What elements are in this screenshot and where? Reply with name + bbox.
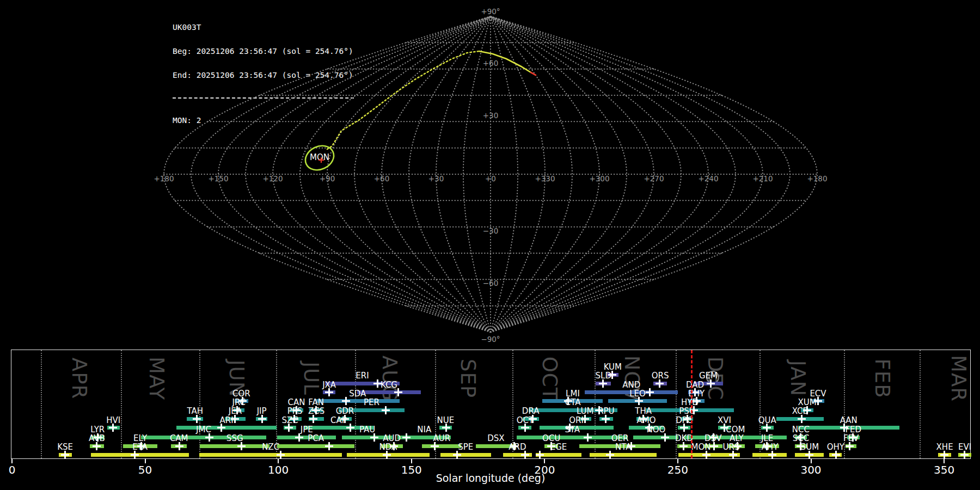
peak-marker-v [406, 433, 407, 442]
current-sol-line [691, 350, 693, 458]
shower-label-dra: DRA [522, 407, 540, 415]
peak-marker-v [328, 442, 330, 450]
peak-marker-v [649, 388, 651, 396]
month-boundary-jan [759, 350, 761, 458]
shower-label-dad: DAD [686, 381, 704, 389]
shower-label-pau: PAU [359, 426, 375, 434]
screenshot-root: UK003T Beg: 20251206 23:56:47 (sol = 254… [0, 0, 980, 490]
shower-label-xcb: XCB [792, 407, 808, 415]
shower-label-jrc: JRC [232, 399, 246, 407]
shower-label-pps: PPS [287, 407, 303, 415]
shower-label-ocu: OCU [542, 434, 560, 443]
peak-marker-pca [325, 442, 333, 450]
peak-marker-cap [346, 424, 354, 432]
shower-bar-mon [678, 453, 723, 457]
shower-label-cta: CTA [565, 399, 581, 407]
peak-marker-and [646, 388, 654, 396]
month-label-apr: APR [68, 358, 91, 399]
x-tick-150 [411, 459, 412, 463]
shower-label-fan: FAN [308, 399, 324, 407]
shower-label-gdr: GDR [336, 407, 354, 415]
shower-label-ecv: ECV [810, 390, 826, 398]
x-tick-label-250: 250 [667, 463, 688, 476]
x-tick-label-100: 100 [268, 463, 289, 476]
shower-label-rpu: RPU [598, 407, 614, 415]
shower-label-nda: NDA [379, 443, 397, 451]
shower-label-aan: AAN [840, 416, 857, 425]
x-tick-label-150: 150 [401, 463, 422, 476]
shower-label-ard: ARD [509, 443, 526, 451]
trajectory-end-marker [531, 72, 536, 75]
shower-label-aud: AUD [383, 434, 401, 443]
longitude-label: +90 [320, 174, 335, 183]
shower-label-gum: GUM [800, 443, 819, 451]
shower-label-cor: COR [232, 390, 250, 398]
x-tick-100 [278, 459, 279, 463]
longitude-label: +270 [644, 174, 664, 183]
shower-label-lyr: LYR [90, 426, 105, 434]
shower-bar-ssg [200, 444, 270, 448]
shower-label-ege: EGE [550, 443, 567, 451]
shower-bar-spe [440, 453, 491, 457]
mon-radiant-label: MON [310, 152, 329, 162]
peak-marker-ege [536, 451, 544, 459]
shower-label-kse: KSE [57, 443, 73, 451]
x-tick-250 [677, 459, 678, 463]
shower-label-jxa: JXA [322, 381, 336, 389]
month-label-oct: OCT [538, 357, 561, 401]
shower-label-qua: QUA [758, 416, 776, 425]
shower-label-kcg: KCG [381, 381, 397, 389]
shower-label-ahy: AHY [762, 443, 779, 451]
month-label-may: MAY [145, 357, 168, 400]
longitude-label: +180 [807, 174, 827, 183]
shower-label-ssg: SSG [226, 434, 243, 443]
shower-label-pca: PCA [308, 434, 324, 443]
shower-label-szc: SZC [282, 416, 298, 425]
longitude-label: +240 [698, 174, 718, 183]
shower-label-lum: LUM [577, 407, 594, 415]
shower-label-dsv: DSV [705, 434, 721, 443]
shower-label-and: AND [622, 381, 640, 389]
shower-label-fed: FED [845, 426, 861, 434]
shower-label-nzc: NZC [262, 443, 279, 451]
shower-label-sta: STA [565, 426, 580, 434]
shower-label-scc: SCC [793, 434, 809, 443]
longitude-label: +60 [374, 174, 390, 183]
shower-label-ncc: NCC [792, 426, 810, 434]
peak-marker-v [280, 451, 281, 459]
longitude-label: +120 [262, 174, 283, 183]
peak-marker-v [377, 379, 378, 388]
peak-marker-nia [402, 433, 411, 442]
shower-bar-sda [316, 399, 400, 403]
peak-marker-v [350, 424, 351, 432]
shower-label-dkd: DKD [675, 434, 693, 443]
x-tick-200 [544, 459, 545, 463]
latitude-label: −30 [483, 226, 499, 235]
month-boundary-jun [199, 350, 200, 458]
x-tick-50 [145, 459, 146, 463]
shower-label-ohy: OHY [827, 443, 844, 451]
shower-label-aly: ALY [730, 434, 744, 443]
shower-label-oer: OER [611, 434, 629, 443]
peak-marker-nta [606, 451, 614, 459]
shower-label-eri: ERI [356, 372, 369, 380]
longitude-label: +180 [154, 174, 174, 183]
shower-label-aur: AUR [433, 434, 450, 443]
shower-label-tha: THA [635, 407, 652, 415]
shower-label-dpc: DPC [676, 416, 693, 425]
shower-label-can: CAN [287, 399, 305, 407]
shower-bar-ari [176, 426, 276, 430]
shower-label-avb: AVB [89, 434, 105, 443]
shower-label-noo: NOO [646, 426, 665, 434]
peak-marker-v [609, 451, 611, 459]
shower-label-fev: FEV [843, 434, 859, 443]
month-label-jan: JAN [786, 360, 809, 396]
shower-label-xvi: XVI [718, 416, 731, 425]
pole-label-north: +90° [481, 7, 500, 16]
peak-marker-v [298, 433, 300, 442]
x-tick-label-350: 350 [934, 463, 954, 476]
shower-label-nia: NIA [417, 426, 431, 434]
peak-marker-v [539, 451, 541, 459]
month-boundary-mar [920, 350, 921, 458]
shower-label-tah: TAH [187, 407, 204, 415]
